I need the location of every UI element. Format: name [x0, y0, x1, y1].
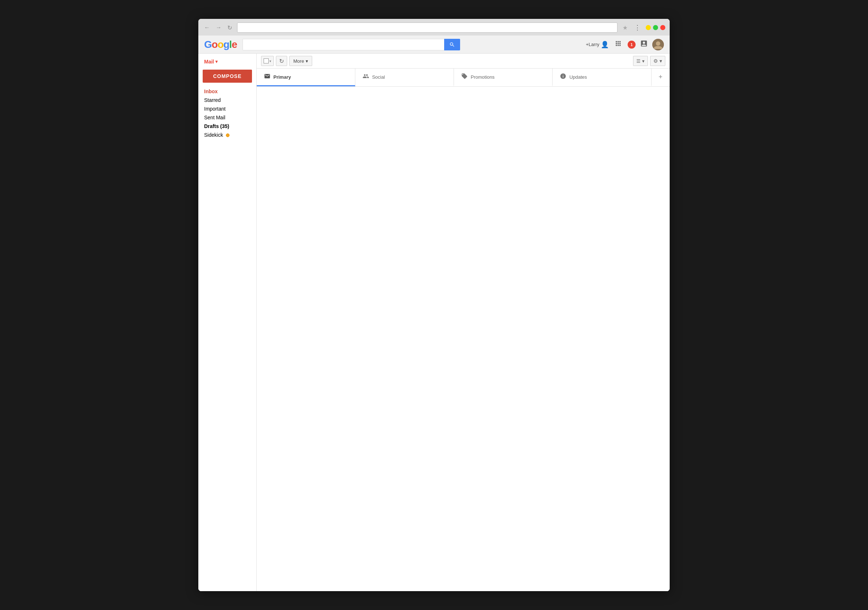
share-icon [640, 40, 648, 48]
reload-button[interactable]: ↻ [226, 23, 234, 32]
google-logo[interactable]: Google [204, 39, 237, 50]
tab-add-icon: + [659, 73, 663, 81]
sidebar-item-starred[interactable]: Starred [198, 96, 256, 104]
main-area: ▾ ↻ More ▾ ☰ ▾ ⚙ [256, 54, 670, 591]
user-avatar[interactable] [652, 39, 664, 50]
inbox-tabs: Primary Social Promotions [257, 68, 670, 87]
starred-label: Starred [204, 97, 221, 103]
google-search-input[interactable] [243, 39, 444, 50]
more-label: More [293, 58, 304, 64]
address-bar[interactable] [237, 22, 617, 33]
logo-g2: g [223, 39, 229, 50]
tab-primary-label: Primary [273, 75, 291, 80]
logo-e: e [232, 39, 237, 50]
inbox-label: Inbox [204, 88, 217, 94]
close-dot[interactable] [660, 25, 665, 30]
view-dropdown-arrow-icon: ▾ [642, 58, 645, 64]
notification-count: 1 [631, 42, 633, 47]
browser-controls: ← → ↻ [203, 23, 234, 32]
settings-dropdown-arrow-icon: ▾ [660, 58, 662, 64]
social-tab-icon [363, 73, 369, 81]
mail-label[interactable]: Mail ▾ [198, 57, 256, 67]
logo-o2: o [217, 39, 223, 50]
larry-button[interactable]: +Larry 👤 [586, 40, 609, 49]
sidebar-item-drafts[interactable]: Drafts (35) [198, 122, 256, 130]
compose-label: COMPOSE [213, 73, 242, 79]
sidebar-item-sent[interactable]: Sent Mail [198, 113, 256, 122]
sent-label: Sent Mail [204, 115, 225, 120]
notification-badge[interactable]: 1 [628, 40, 636, 49]
gmail-content: Mail ▾ COMPOSE Inbox Starred Important S… [198, 54, 670, 591]
google-account-icon: 👤 [601, 40, 609, 49]
view-icon: ☰ [636, 58, 641, 64]
grid-icon [615, 40, 622, 47]
tab-updates[interactable]: Updates [553, 68, 651, 86]
sidebar-item-inbox[interactable]: Inbox [198, 87, 256, 96]
tab-social-label: Social [372, 75, 385, 80]
more-dropdown-arrow-icon: ▾ [305, 58, 308, 64]
view-button[interactable]: ☰ ▾ [633, 56, 648, 66]
back-button[interactable]: ← [203, 23, 211, 31]
tab-primary[interactable]: Primary [257, 68, 355, 86]
search-form [243, 39, 460, 50]
svg-point-1 [656, 41, 660, 46]
larry-label: +Larry [586, 42, 599, 47]
sidebar-item-important[interactable]: Important [198, 104, 256, 113]
google-header: Google +Larry 👤 1 [198, 36, 670, 54]
settings-icon: ⚙ [653, 58, 658, 64]
browser-chrome: ← → ↻ ★ ⋮ [198, 19, 670, 36]
drafts-label: Drafts (35) [204, 123, 229, 129]
toolbar: ▾ ↻ More ▾ ☰ ▾ ⚙ [257, 54, 670, 68]
email-list [257, 87, 670, 591]
tab-promotions-label: Promotions [471, 75, 494, 80]
tab-promotions[interactable]: Promotions [454, 68, 553, 86]
tab-social[interactable]: Social [355, 68, 454, 86]
logo-g: G [204, 39, 212, 50]
refresh-icon: ↻ [279, 57, 284, 65]
mail-dropdown-arrow: ▾ [215, 59, 217, 64]
promotions-tab-icon [461, 73, 468, 81]
compose-button[interactable]: COMPOSE [203, 70, 252, 83]
sidebar-nav: Inbox Starred Important Sent Mail Drafts… [198, 87, 256, 139]
sidekick-label: Sidekick [204, 132, 223, 138]
apps-grid-button[interactable] [613, 39, 623, 50]
select-checkbox-button[interactable]: ▾ [261, 56, 274, 66]
search-icon [449, 42, 455, 48]
forward-button[interactable]: → [214, 23, 223, 31]
toolbar-right: ☰ ▾ ⚙ ▾ [633, 56, 665, 66]
bookmark-star-icon[interactable]: ★ [621, 24, 629, 31]
settings-button[interactable]: ⚙ ▾ [650, 56, 665, 66]
updates-tab-icon [560, 73, 566, 81]
sidebar-item-sidekick[interactable]: Sidekick [198, 130, 256, 139]
checkbox-dropdown-arrow-icon: ▾ [270, 59, 271, 63]
browser-menu-icon[interactable]: ⋮ [633, 23, 642, 31]
sidekick-dot-icon [226, 133, 229, 137]
tab-add-button[interactable]: + [651, 68, 670, 86]
sidebar: Mail ▾ COMPOSE Inbox Starred Important S… [198, 54, 256, 591]
browser-window: ← → ↻ ★ ⋮ Google +Larry � [198, 19, 670, 591]
minimize-dot[interactable] [646, 25, 651, 30]
avatar-icon [652, 39, 664, 50]
checkbox-icon [264, 58, 269, 64]
google-search-button[interactable] [444, 39, 460, 50]
maximize-dot[interactable] [653, 25, 658, 30]
logo-l: l [229, 39, 232, 50]
primary-tab-icon [264, 73, 270, 81]
important-label: Important [204, 106, 226, 112]
refresh-button[interactable]: ↻ [276, 56, 287, 66]
toolbar-left: ▾ ↻ More ▾ [261, 56, 312, 66]
header-right: +Larry 👤 1 [586, 39, 664, 50]
more-button[interactable]: More ▾ [289, 56, 312, 66]
share-button[interactable] [640, 40, 648, 49]
logo-o1: o [212, 39, 217, 50]
window-controls [646, 25, 665, 30]
tab-updates-label: Updates [569, 75, 587, 80]
mail-text: Mail [204, 59, 214, 65]
